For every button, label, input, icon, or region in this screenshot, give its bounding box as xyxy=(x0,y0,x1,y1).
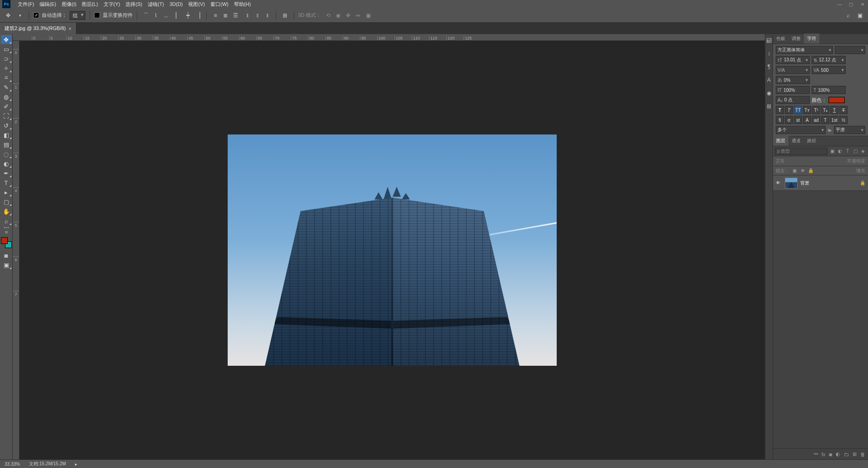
tab-swatches[interactable]: 色板 xyxy=(773,34,788,44)
clone-stamp-tool[interactable]: ⛶ xyxy=(1,111,12,120)
menu-edit[interactable]: 编辑(E) xyxy=(37,0,59,9)
menu-image[interactable]: 图像(I) xyxy=(59,0,79,9)
panel-icon-2[interactable]: ↕ xyxy=(766,50,773,57)
type-tool[interactable]: T xyxy=(1,178,12,187)
brush-tool[interactable]: ✐ xyxy=(1,102,12,111)
foreground-color[interactable] xyxy=(1,237,8,244)
ot-7[interactable]: 1st xyxy=(830,116,838,124)
font-style-dropdown[interactable]: ▾ xyxy=(835,46,865,54)
auto-select-dropdown[interactable]: 组 xyxy=(70,11,85,20)
layer-thumbnail[interactable] xyxy=(785,178,798,189)
align-hcenter-icon[interactable]: ┿ xyxy=(183,11,192,20)
panel-icon-5[interactable]: ◉ xyxy=(766,90,773,96)
allcaps-button[interactable]: TT xyxy=(794,106,802,114)
hand-tool[interactable]: ✋ xyxy=(1,207,12,216)
panel-icon-3[interactable]: ¶ xyxy=(766,63,773,70)
workspace-icon[interactable]: ▣ xyxy=(855,11,864,20)
crop-tool[interactable]: ⌗ xyxy=(1,73,12,82)
menu-view[interactable]: 视图(V) xyxy=(185,0,208,9)
ruler-vertical[interactable]: 01234567 xyxy=(13,41,20,459)
menu-help[interactable]: 帮助(H) xyxy=(231,0,254,9)
path-select-tool[interactable]: ▸ xyxy=(1,188,12,197)
document-size[interactable]: 文档:15.2M/15.2M xyxy=(29,461,66,467)
menu-type[interactable]: 文字(Y) xyxy=(101,0,123,9)
lock-pixels-icon[interactable]: ▣ xyxy=(791,168,798,174)
group-icon[interactable]: 🗀 xyxy=(844,452,849,457)
strikethrough-button[interactable]: T̶ xyxy=(839,106,848,114)
bold-button[interactable]: T xyxy=(776,106,784,114)
filter-pixel-icon[interactable]: ▣ xyxy=(829,148,835,154)
text-color-swatch[interactable] xyxy=(828,97,845,103)
dist-vcenter-icon[interactable]: ≣ xyxy=(221,11,230,20)
tab-paths[interactable]: 路径 xyxy=(804,136,819,146)
leading-field[interactable]: ⇅12.12 点▾ xyxy=(812,56,846,64)
lock-all-icon[interactable]: 🔒 xyxy=(808,168,814,174)
pen-tool[interactable]: ✒ xyxy=(1,169,12,178)
zoom-level[interactable]: 33.33% xyxy=(5,462,20,467)
blur-tool[interactable]: ◌ xyxy=(1,149,12,159)
kerning-field[interactable]: V/A▾ xyxy=(776,66,810,74)
history-brush-tool[interactable]: ↺ xyxy=(1,121,12,130)
align-bottom-icon[interactable]: ⎵ xyxy=(161,11,170,20)
align-left-icon[interactable]: ▏ xyxy=(173,11,182,20)
menu-select[interactable]: 选择(S) xyxy=(123,0,145,9)
swap-colors-icon[interactable]: ⤭ xyxy=(1,229,12,235)
filter-adjust-icon[interactable]: ◐ xyxy=(837,148,843,154)
ot-6[interactable]: T xyxy=(821,116,829,124)
tab-layers[interactable]: 图层 xyxy=(773,136,788,146)
move-tool-indicator-icon[interactable]: ✥ xyxy=(4,11,13,20)
ot-5[interactable]: ad xyxy=(812,116,820,124)
gradient-tool[interactable]: ▤ xyxy=(1,140,12,149)
search-icon[interactable]: ⌕ xyxy=(843,11,853,20)
visibility-icon[interactable]: 👁 xyxy=(776,180,782,185)
dist-right-icon[interactable]: ⦀ xyxy=(263,11,272,20)
scale-field[interactable]: あ0%▾ xyxy=(776,76,810,84)
dist-top-icon[interactable]: ≡ xyxy=(211,11,220,20)
ot-2[interactable]: σ xyxy=(785,116,793,124)
language-dropdown[interactable]: 多个▾ xyxy=(776,126,826,134)
dist-bottom-icon[interactable]: ☰ xyxy=(231,11,240,20)
dist-hcenter-icon[interactable]: ⫴ xyxy=(253,11,262,20)
superscript-button[interactable]: T¹ xyxy=(812,106,820,114)
healing-brush-tool[interactable]: ◍ xyxy=(1,92,12,101)
menu-filter[interactable]: 滤镜(T) xyxy=(145,0,167,9)
close-icon[interactable]: ✕ xyxy=(857,1,868,8)
menu-layer[interactable]: 图层(L) xyxy=(79,0,100,9)
ot-1[interactable]: fi xyxy=(776,116,784,124)
ot-4[interactable]: A xyxy=(803,116,811,124)
move-tool[interactable]: ✥ xyxy=(1,35,12,44)
document-canvas[interactable] xyxy=(228,134,557,366)
panel-icon-4[interactable]: A xyxy=(766,76,773,83)
document-tab[interactable]: 建筑2.jpg @ 33.3%(RGB/8) × xyxy=(0,23,76,34)
canvas-area[interactable] xyxy=(20,41,765,459)
maximize-icon[interactable]: ▢ xyxy=(845,1,857,8)
eraser-tool[interactable]: ◧ xyxy=(1,130,12,139)
align-top-icon[interactable]: ⎴ xyxy=(141,11,150,20)
menu-3d[interactable]: 3D(D) xyxy=(167,0,185,8)
menu-window[interactable]: 窗口(W) xyxy=(208,0,231,9)
tab-adjustments[interactable]: 调整 xyxy=(788,34,804,44)
smallcaps-button[interactable]: Tᴛ xyxy=(803,106,811,114)
color-swatches[interactable] xyxy=(1,237,12,248)
ot-8[interactable]: ½ xyxy=(839,116,848,124)
link-layers-icon[interactable]: ⚯ xyxy=(814,451,818,457)
layer-row[interactable]: 👁 背景 🔒 xyxy=(773,175,868,191)
minimize-icon[interactable]: — xyxy=(834,1,845,8)
status-chevron-icon[interactable]: ▸ xyxy=(75,462,77,467)
italic-button[interactable]: T xyxy=(785,106,793,114)
layer-mask-icon[interactable]: ◙ xyxy=(829,452,832,457)
rectangle-tool[interactable]: ▢ xyxy=(1,197,12,206)
subscript-button[interactable]: T₁ xyxy=(821,106,829,114)
show-transform-checkbox[interactable] xyxy=(94,12,100,18)
new-layer-icon[interactable]: ⊞ xyxy=(853,451,857,457)
marquee-tool[interactable]: ▭ xyxy=(1,45,12,54)
dist-left-icon[interactable]: ⦀ xyxy=(243,11,252,20)
lasso-tool[interactable]: ⊃ xyxy=(1,54,12,63)
font-family-dropdown[interactable]: 方正黑体简体▾ xyxy=(776,46,833,54)
tab-close-icon[interactable]: × xyxy=(69,26,71,31)
auto-select-checkbox[interactable] xyxy=(33,12,39,18)
panel-icon-1[interactable]: 🗟 xyxy=(766,37,773,44)
vscale-field[interactable]: IT100% xyxy=(776,86,810,94)
blend-mode-dropdown[interactable]: 正常 xyxy=(776,158,785,164)
tab-character[interactable]: 字符 xyxy=(804,34,819,44)
